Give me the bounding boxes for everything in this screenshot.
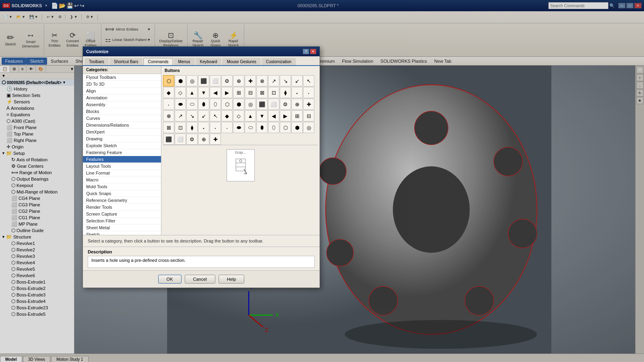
toolbar-button-icon[interactable]: ▼ [256,110,268,121]
category-item[interactable]: Macro [83,177,161,183]
toolbar-button-icon[interactable]: ⬫ [221,122,233,133]
category-item[interactable]: Reference Geometry [83,197,161,204]
toolbar-button-icon[interactable]: ◎ [245,99,256,110]
toolbar-button-icon[interactable]: ↗ [268,75,279,86]
category-item[interactable]: Fastening Feature [83,149,161,156]
toolbar-button-icon[interactable]: ⊞ [233,87,244,98]
category-item[interactable]: Screen Capture [83,211,161,218]
toolbar-button-icon[interactable]: ✚ [245,75,256,86]
toolbar-button-icon[interactable]: ⊟ [303,110,314,121]
toolbar-button-icon[interactable]: ▲ [186,87,198,98]
toolbar-button-icon[interactable]: ⊗ [256,75,268,86]
toolbar-button-icon[interactable]: ⬮ [256,122,268,133]
toolbar-button-icon[interactable]: ⬭ [245,122,256,133]
toolbar-button-icon[interactable]: ⬩ [198,122,209,133]
toolbar-button-icon[interactable]: ↘ [280,75,291,86]
toolbar-button-icon[interactable]: ⬪ [210,122,221,133]
toolbar-button-icon[interactable]: ⊟ [245,87,256,98]
toolbar-button-icon[interactable]: ▶ [221,87,233,98]
category-item[interactable]: Explode Sketch [83,142,161,149]
category-item[interactable]: Quick Snaps [83,190,161,197]
toolbar-button-icon[interactable]: ⬢ [233,99,244,110]
help-button[interactable]: Help [219,275,245,284]
category-item[interactable]: Sheet Metal [83,224,161,231]
toolbar-button-icon[interactable]: ◎ [186,75,198,86]
toolbar-button-icon[interactable]: ⬢ [291,122,303,133]
dtab-commands[interactable]: Commands [143,58,173,65]
category-item[interactable]: Mold Tools [83,183,161,190]
toolbar-button-icon[interactable]: ⬯ [268,122,279,133]
category-item[interactable]: Annotation [83,95,161,101]
toolbar-button-icon[interactable]: ⬜ [175,134,186,145]
category-item[interactable]: Dimensions/Relations [83,122,161,129]
toolbar-button-icon[interactable]: ⬩ [291,87,303,98]
toolbar-button-icon[interactable]: ⬭ [186,99,198,110]
toolbar-button-icon[interactable]: ✚ [303,99,314,110]
category-item[interactable]: Drawing [83,136,161,142]
category-item[interactable]: Line Format [83,170,161,177]
toolbar-button-icon[interactable]: ⬪ [303,87,314,98]
toolbar-button-icon[interactable]: ⬬ [233,122,244,133]
category-item[interactable]: Features [83,156,161,163]
toolbar-button-icon[interactable]: ⊕ [198,134,209,145]
toolbar-button-icon[interactable]: ◀ [210,87,221,98]
toolbar-button-icon[interactable]: ▶ [280,110,291,121]
category-item[interactable]: Curves [83,115,161,122]
toolbar-button-icon[interactable]: ⬡ [163,75,174,86]
toolbar-button-icon[interactable]: ◆ [221,110,233,121]
toolbar-button-icon[interactable]: ⬢ [175,75,186,86]
toolbar-button-icon[interactable]: ◇ [233,110,244,121]
toolbar-button-icon[interactable]: ⊡ [268,87,279,98]
toolbar-button-icon[interactable]: ⬛ [198,75,209,86]
toolbar-button-icon[interactable]: ⬮ [198,99,209,110]
toolbar-button-icon[interactable]: ⊗ [163,110,174,121]
toolbar-button-icon[interactable]: ⊞ [291,110,303,121]
category-item[interactable]: Sketch [83,231,161,235]
category-item[interactable]: DimXpert [83,129,161,136]
category-item[interactable]: Render Tools [83,204,161,211]
category-item[interactable]: Assembly [83,101,161,108]
toolbar-button-icon[interactable]: ▼ [198,87,209,98]
cancel-button[interactable]: Cancel [185,275,215,284]
toolbar-button-icon[interactable]: ◇ [175,87,186,98]
toolbar-button-icon[interactable]: ◆ [163,87,174,98]
toolbar-button-icon[interactable]: ✚ [210,134,221,145]
toolbar-button-icon[interactable]: ↘ [186,110,198,121]
toolbar-button-icon[interactable]: ⬯ [210,99,221,110]
toolbar-button-icon[interactable]: ↙ [198,110,209,121]
toolbar-button-icon[interactable]: ↗ [175,110,186,121]
dtab-menus[interactable]: Menus [174,58,195,65]
toolbar-button-icon[interactable]: ⊠ [256,87,268,98]
category-item[interactable]: Flyout Toolbars [83,74,161,81]
category-item[interactable]: Align [83,88,161,95]
toolbar-button-icon[interactable]: ⧫ [280,87,291,98]
toolbar-button-icon[interactable]: ⊠ [163,122,174,133]
toolbar-button-icon[interactable]: ◎ [303,122,314,133]
toolbar-button-icon[interactable]: ⊡ [175,122,186,133]
dialog-close-button[interactable]: ✕ [310,49,316,54]
toolbar-button-icon[interactable]: ⬫ [163,99,174,110]
toolbar-button-icon[interactable]: ⊕ [233,75,244,86]
toolbar-button-icon[interactable]: ↖ [303,75,314,86]
toolbar-button-icon[interactable]: ⬡ [280,122,291,133]
dialog-help-button[interactable]: ? [303,49,309,54]
dtab-customization[interactable]: Customization [262,58,296,65]
toolbar-button-icon[interactable]: ⬬ [175,99,186,110]
category-item[interactable]: Layout Tools [83,163,161,170]
toolbar-button-icon[interactable]: ⬛ [256,99,268,110]
toolbar-button-icon[interactable]: ⧫ [186,122,198,133]
category-item[interactable]: 2D To 3D [83,81,161,88]
toolbar-button-icon[interactable]: ↖ [210,110,221,121]
toolbar-button-icon[interactable]: ⊕ [291,99,303,110]
ok-button[interactable]: OK [158,275,182,284]
category-item[interactable]: Selection Filter [83,218,161,224]
dtab-mouse-gestures[interactable]: Mouse Gestures [222,58,260,65]
toolbar-button-icon[interactable]: ⬡ [221,99,233,110]
toolbar-button-icon[interactable]: ⬛ [163,134,174,145]
toolbar-button-icon[interactable]: ↙ [291,75,303,86]
dtab-keyboard[interactable]: Keyboard [196,58,222,65]
dtab-toolbars[interactable]: Toolbars [85,58,109,65]
category-item[interactable]: Blocks [83,108,161,115]
dtab-shortcut-bars[interactable]: Shortcut Bars [109,58,143,65]
toolbar-button-icon[interactable]: ▲ [245,110,256,121]
